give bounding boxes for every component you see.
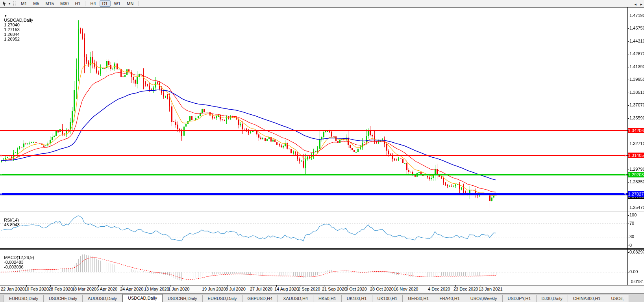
price-tick-label: 1.29790 [629, 167, 644, 172]
macd-axis-label: 0.032972 [629, 250, 644, 254]
macd-indicator-name: MACD(12,26,9) [4, 255, 34, 260]
timeframe-buttons: M1M5M15M30H1H4D1W1MN [18, 0, 140, 7]
chart-tab-gbpusd-h4[interactable]: GBPUSD,H4 [242, 295, 278, 302]
price-tick-mark [627, 144, 629, 144]
timeframe-button-d1[interactable]: D1 [100, 0, 111, 7]
chart-tab-usdcnh-daily[interactable]: USDCNH,Daily [163, 295, 203, 302]
rsi-current-value: 45.8943 [4, 222, 20, 227]
chart-tab-eurusd-daily[interactable]: EURUSD,Daily [203, 295, 242, 302]
tab-scroll-right-icon[interactable]: ► [640, 3, 643, 6]
chart-tab-usdcad-daily[interactable]: USDCAD,Daily [122, 294, 163, 302]
hline-price-tag: 1.34206 [628, 128, 644, 133]
hline-handle[interactable] [624, 155, 626, 157]
price-tick-label: 1.45750 [629, 26, 644, 30]
hline-handle[interactable] [624, 193, 626, 195]
cursor-tool-dropdown-icon[interactable]: ▾ [7, 2, 11, 6]
rsi-axis-label: 30 [629, 234, 634, 239]
candlestick-chart-canvas[interactable] [0, 7, 627, 211]
hline-handle[interactable] [0, 155, 2, 157]
ohlc-high: 1.27153 [4, 27, 20, 32]
chart-tab-ger30-h1[interactable]: GER30,H1 [403, 295, 434, 302]
chart-tab-usdchf-daily[interactable]: USDCHF,Daily [44, 295, 83, 302]
date-label: 21 Sep 2020 [322, 287, 346, 291]
chart-tab-eurusd-daily[interactable]: EURUSD,Daily [4, 295, 44, 302]
chart-tab-hk50-h1[interactable]: HK50,H1 [313, 295, 342, 302]
rsi-label: RSI(14) 45.8943 [2, 213, 20, 227]
chart-tab-dj30-daily[interactable]: DJ30,Daily [537, 295, 568, 302]
rsi-tick-mark [627, 224, 629, 224]
timeframe-button-mn[interactable]: MN [124, 0, 136, 7]
timeframe-toolbar: ▾ M1M5M15M30H1H4D1W1MN [0, 0, 644, 7]
ohlc-close: 1.26952 [4, 37, 20, 41]
date-label: 28 Feb 2020 [48, 287, 73, 291]
hline-1.27027[interactable] [0, 193, 627, 195]
price-tick-label: 1.42870 [629, 51, 644, 56]
macd-signal-value: -0.003036 [4, 265, 24, 269]
chart-tab-usoil-[interactable]: USOil, [606, 295, 629, 302]
macd-chart-canvas[interactable] [0, 250, 627, 285]
rsi-chart-canvas[interactable] [0, 212, 627, 248]
hline-1.29208[interactable] [0, 174, 627, 175]
timeframe-button-h1[interactable]: H1 [72, 0, 83, 7]
cursor-tool-icon[interactable] [1, 0, 7, 7]
price-tick-label: 1.38510 [629, 90, 644, 95]
rsi-tick-mark [627, 237, 629, 237]
price-tick-mark [627, 54, 629, 54]
chart-tab-audusd-daily[interactable]: AUDUSD,Daily [83, 295, 122, 302]
timeframe-button-m1[interactable]: M1 [18, 0, 30, 7]
hline-handle[interactable] [0, 193, 2, 195]
ohlc-low: 1.26844 [4, 32, 20, 37]
hline-handle[interactable] [624, 174, 626, 176]
date-label: 4 Dec 2020 [428, 287, 450, 291]
date-label: 23 Dec 2020 [453, 287, 478, 291]
toolbar-separator [85, 1, 85, 6]
trading-platform-window: { "toolbar": { "cursor_tool": "cursor-po… [0, 0, 644, 302]
price-tick-label: 1.25470 [629, 205, 644, 210]
toolbar-grip[interactable] [13, 1, 16, 6]
price-tick-mark [627, 41, 629, 42]
date-label: 27 Jul 2020 [250, 287, 272, 291]
tab-scroll-left-icon[interactable]: ◄ [634, 3, 637, 6]
macd-tick-mark [627, 252, 629, 253]
rsi-tick-mark [627, 246, 629, 246]
chart-tab-uk100-h1[interactable]: UK100,H1 [342, 295, 372, 302]
date-label: 19 Jun 2020 [202, 287, 226, 291]
price-tick-mark [627, 118, 629, 119]
timeframe-button-m15[interactable]: M15 [43, 0, 57, 7]
date-label: 16 Nov 2020 [394, 287, 418, 291]
macd-axis-label: -0.018154 [629, 279, 644, 284]
price-tick-label: 1.37070 [629, 103, 644, 107]
rsi-axis-label: 0 [629, 243, 632, 248]
macd-tick-mark [627, 282, 629, 282]
rsi-axis-label: 100 [629, 213, 637, 217]
chart-tab-usdjpy-h1[interactable]: USDJPY,H1 [503, 295, 537, 302]
timeframe-button-w1[interactable]: W1 [111, 0, 124, 7]
timeframe-button-h4[interactable]: H4 [87, 0, 98, 7]
date-label: 14 Aug 2020 [274, 287, 299, 291]
chart-tab-fra40-h1[interactable]: FRA40,H1 [434, 295, 465, 302]
tab-scroll-buttons: ◄ ► [634, 3, 643, 6]
chart-tab-china300-h1[interactable]: CHINA300,H1 [568, 295, 606, 302]
price-tick-mark [627, 105, 629, 106]
price-tick-label: 1.32710 [629, 141, 644, 146]
hline-1.31405[interactable] [0, 155, 627, 156]
macd-axis-label: 0.00 [629, 269, 638, 274]
chart-tab-xauusd-h4[interactable]: XAUUSD,H4 [278, 295, 313, 302]
timeframe-button-m5[interactable]: M5 [30, 0, 42, 7]
price-tick-mark [627, 208, 629, 208]
price-tick-mark [627, 28, 629, 29]
rsi-axis-label: 70 [629, 221, 634, 226]
rsi-indicator-name: RSI(14) [4, 218, 19, 222]
date-label: 2 Sep 2020 [298, 287, 320, 291]
price-tick-mark [627, 80, 629, 80]
chart-tab-uk100-h1[interactable]: UK100,H1 [372, 295, 403, 302]
timeframe-button-m30[interactable]: M30 [57, 0, 71, 7]
price-tick-mark [627, 16, 629, 16]
hline-handle[interactable] [0, 174, 2, 176]
toolbar-separator [138, 1, 139, 6]
chart-tab-usoil-weekly[interactable]: USOil,Weekly [465, 295, 503, 302]
price-tick-label: 1.47190 [629, 13, 644, 18]
symbol-dropdown-icon[interactable]: ▼ [4, 14, 7, 18]
price-tick-label: 1.41390 [629, 64, 644, 69]
hline-1.34206[interactable] [0, 130, 627, 131]
